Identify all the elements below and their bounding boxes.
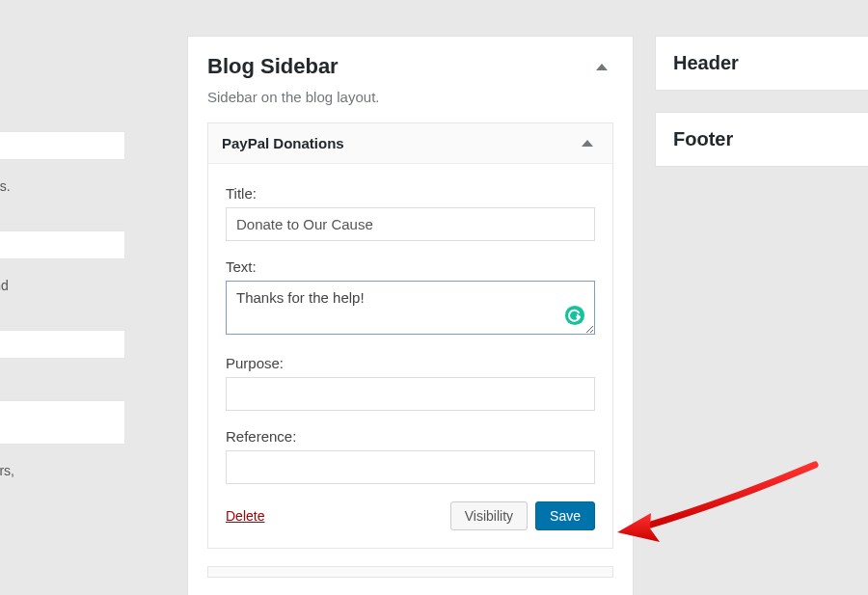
grammarly-icon[interactable] xyxy=(564,305,585,326)
widget-area-blog-sidebar: Blog Sidebar Sidebar on the blog layout.… xyxy=(187,36,634,595)
purpose-input[interactable] xyxy=(226,377,595,411)
widget-form: Title: Text: Purpose: xyxy=(208,164,612,548)
left-desc-fragment: ur site's Posts. xyxy=(0,172,125,202)
left-desc-fragment: Posts. xyxy=(0,370,125,400)
right-widget-areas: Header Footer xyxy=(655,36,868,188)
text-textarea[interactable] xyxy=(226,281,595,335)
title-label: Title: xyxy=(226,185,595,202)
text-label: Text: xyxy=(226,258,595,275)
widget-collapsed[interactable] xyxy=(207,566,613,578)
purpose-label: Purpose: xyxy=(226,355,595,371)
left-desc-fragment: widget and xyxy=(0,72,125,102)
widget-title: PayPal Donations xyxy=(222,135,344,151)
widget-area-title: Footer xyxy=(673,128,854,150)
collapse-icon[interactable] xyxy=(582,140,593,147)
title-input[interactable] xyxy=(226,207,595,241)
widget-area-title: Header xyxy=(673,52,854,74)
left-widget-item-jetpack[interactable]: etpack) xyxy=(0,400,125,445)
left-widget-item[interactable] xyxy=(0,230,125,259)
save-button[interactable]: Save xyxy=(535,501,595,530)
left-widget-item[interactable] xyxy=(0,131,125,160)
reference-input[interactable] xyxy=(226,450,595,484)
widget-area-description: Sidebar on the blog layout. xyxy=(207,89,613,105)
left-widget-item[interactable] xyxy=(0,330,125,359)
reference-label: Reference: xyxy=(226,428,595,445)
left-desc-fragment: th avatars and xyxy=(0,271,125,301)
svg-point-0 xyxy=(565,306,584,325)
collapse-icon[interactable] xyxy=(596,64,608,70)
widget-header[interactable]: PayPal Donations xyxy=(208,123,612,164)
widget-area-header[interactable]: Header xyxy=(655,36,868,91)
widget-paypal-donations: PayPal Donations Title: Text: xyxy=(207,122,613,549)
delete-link[interactable]: Delete xyxy=(226,508,264,524)
left-partial-widgets: widget and ur site's Posts. th avatars a… xyxy=(0,72,125,486)
visibility-button[interactable]: Visibility xyxy=(450,501,528,530)
widget-area-footer[interactable]: Footer xyxy=(655,112,868,167)
widget-area-title: Blog Sidebar xyxy=(207,54,339,79)
left-desc-fragment: location, hours, xyxy=(0,456,125,486)
